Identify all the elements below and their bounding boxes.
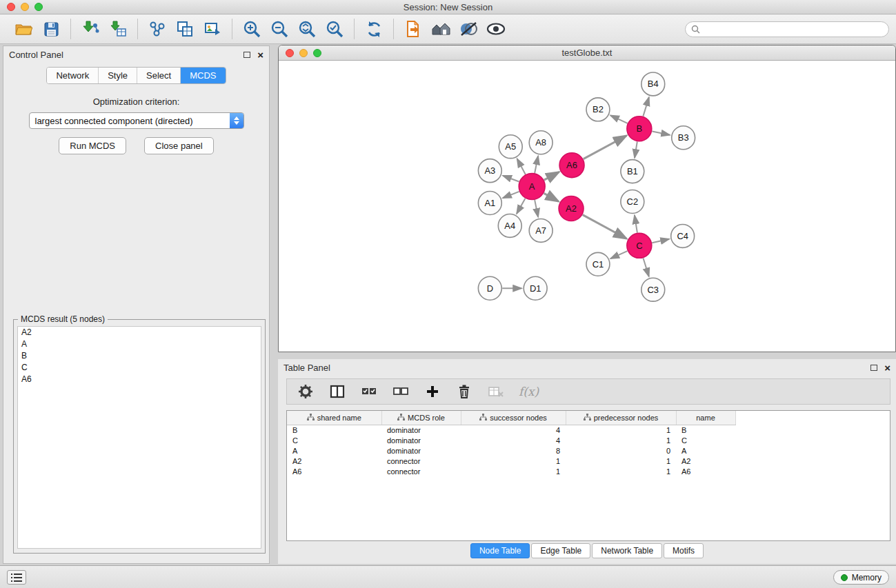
table-cell[interactable]: connector <box>381 466 461 476</box>
mcds-result-item[interactable]: A2 <box>18 327 261 338</box>
table-cell[interactable]: B <box>676 425 735 435</box>
function-builder-button[interactable]: f(x) <box>519 385 539 398</box>
graph-node-A[interactable]: A <box>519 174 545 200</box>
table-cell[interactable]: A <box>287 445 381 456</box>
mcds-result-item[interactable]: A6 <box>18 374 261 385</box>
graph-node-B[interactable]: B <box>627 116 652 141</box>
minimize-window-button[interactable] <box>21 3 29 11</box>
delete-column-button[interactable] <box>455 383 473 401</box>
graph-node-B4[interactable]: B4 <box>641 72 665 96</box>
graph-node-C[interactable]: C <box>627 233 652 258</box>
table-cell[interactable]: 4 <box>461 435 566 445</box>
graph-edge-B-B4[interactable] <box>643 97 648 116</box>
network-window-titlebar[interactable]: testGlobe.txt <box>279 45 895 61</box>
network-close-button[interactable] <box>286 49 294 57</box>
tab-mcds[interactable]: MCDS <box>181 68 225 83</box>
graph-node-A2[interactable]: A2 <box>559 196 584 221</box>
table-cell[interactable]: dominator <box>381 445 461 456</box>
import-network-button[interactable] <box>79 17 102 41</box>
table-cell[interactable]: B <box>287 425 381 435</box>
graph-node-B3[interactable]: B3 <box>672 126 695 150</box>
memory-button[interactable]: Memory <box>833 570 889 585</box>
table-cell[interactable]: A6 <box>287 466 381 476</box>
import-table-button[interactable] <box>106 17 130 41</box>
task-history-button[interactable] <box>7 570 26 585</box>
graph-node-C3[interactable]: C3 <box>641 278 665 301</box>
graph-node-C4[interactable]: C4 <box>671 224 695 247</box>
table-cell[interactable]: C <box>287 435 381 445</box>
graph-edge-A-A7[interactable] <box>535 200 538 217</box>
column-header-name[interactable]: name <box>676 411 735 425</box>
open-session-button[interactable] <box>12 17 35 41</box>
graph-edge-A-A2[interactable] <box>544 193 559 201</box>
table-cell[interactable]: 1 <box>566 425 676 435</box>
graph-edge-A-A6[interactable] <box>544 172 559 181</box>
table-cell[interactable]: 1 <box>566 435 676 445</box>
tab-motifs[interactable]: Motifs <box>664 543 704 558</box>
table-cell[interactable]: A6 <box>676 466 735 476</box>
table-row[interactable]: Bdominator41B <box>287 425 735 435</box>
graph-edge-C-C2[interactable] <box>635 215 637 232</box>
graph-node-A3[interactable]: A3 <box>478 159 501 183</box>
tab-node-table[interactable]: Node Table <box>470 543 530 558</box>
tab-select[interactable]: Select <box>137 68 181 83</box>
graph-node-B2[interactable]: B2 <box>586 98 610 121</box>
column-header-shared-name[interactable]: shared name <box>287 411 381 425</box>
graph-edge-B-B3[interactable] <box>652 132 670 135</box>
deselect-all-button[interactable] <box>392 383 410 401</box>
graph-edge-A2-C[interactable] <box>583 215 627 239</box>
table-row[interactable]: A2connector11A2 <box>287 456 735 466</box>
new-network-button[interactable] <box>146 17 169 41</box>
tab-network-table[interactable]: Network Table <box>592 543 662 558</box>
table-cell[interactable]: 4 <box>461 425 566 435</box>
zoom-selected-button[interactable] <box>323 17 346 41</box>
table-row[interactable]: Adominator80A <box>287 445 735 456</box>
clone-network-button[interactable] <box>173 17 197 41</box>
graph-node-A4[interactable]: A4 <box>498 214 521 237</box>
network-zoom-button[interactable] <box>313 49 321 57</box>
table-cell[interactable]: connector <box>381 456 461 466</box>
close-window-button[interactable] <box>7 3 15 11</box>
home-button[interactable] <box>429 17 452 41</box>
graph-edge-A-A8[interactable] <box>535 156 538 173</box>
node-table[interactable]: shared name MCDS role successor nodes pr… <box>286 410 890 541</box>
dropdown-stepper-icon[interactable] <box>230 113 243 128</box>
graph-edge-C-C1[interactable] <box>610 251 627 258</box>
add-column-button[interactable] <box>424 383 441 401</box>
apply-layout-button[interactable] <box>362 17 386 41</box>
table-cell[interactable]: A <box>676 445 735 456</box>
table-cell[interactable]: A2 <box>676 456 735 466</box>
graph-node-C2[interactable]: C2 <box>621 190 644 214</box>
graph-node-D1[interactable]: D1 <box>524 276 547 300</box>
graph-edge-A6-B[interactable] <box>584 136 627 159</box>
network-canvas[interactable]: AA1A2A3A4A5A6A7A8BB1B2B3B4CC1C2C3C4DD1 <box>279 61 895 352</box>
table-settings-button[interactable] <box>297 383 315 401</box>
graph-node-B1[interactable]: B1 <box>621 160 644 183</box>
mcds-result-item[interactable]: C <box>18 362 261 374</box>
graph-node-A7[interactable]: A7 <box>529 219 552 242</box>
table-cell[interactable]: 1 <box>461 466 566 476</box>
table-cell[interactable]: 1 <box>566 456 676 466</box>
show-details-button[interactable] <box>484 17 508 41</box>
network-minimize-button[interactable] <box>299 49 308 57</box>
network-graph[interactable]: AA1A2A3A4A5A6A7A8BB1B2B3B4CC1C2C3C4DD1 <box>279 61 895 352</box>
table-cell[interactable]: 0 <box>566 445 676 456</box>
column-header-mcds-role[interactable]: MCDS role <box>381 411 461 425</box>
graph-node-A5[interactable]: A5 <box>499 135 522 159</box>
graph-node-C1[interactable]: C1 <box>586 252 610 276</box>
tab-edge-table[interactable]: Edge Table <box>531 543 590 558</box>
tab-network[interactable]: Network <box>47 68 99 83</box>
mcds-result-item[interactable]: A <box>18 338 261 350</box>
graph-node-A1[interactable]: A1 <box>478 192 501 215</box>
tab-style[interactable]: Style <box>99 68 137 83</box>
zoom-window-button[interactable] <box>34 3 43 11</box>
graph-edge-A-A4[interactable] <box>517 199 525 214</box>
graph-node-D[interactable]: D <box>478 276 501 300</box>
table-cell[interactable]: dominator <box>381 425 461 435</box>
table-row[interactable]: A6connector11A6 <box>287 466 735 476</box>
table-row[interactable]: Cdominator41C <box>287 435 735 445</box>
zoom-fit-button[interactable] <box>295 17 319 41</box>
zoom-out-button[interactable] <box>268 17 291 41</box>
column-header-predecessor-nodes[interactable]: predecessor nodes <box>566 411 676 425</box>
graph-edge-A-A5[interactable] <box>517 159 526 174</box>
